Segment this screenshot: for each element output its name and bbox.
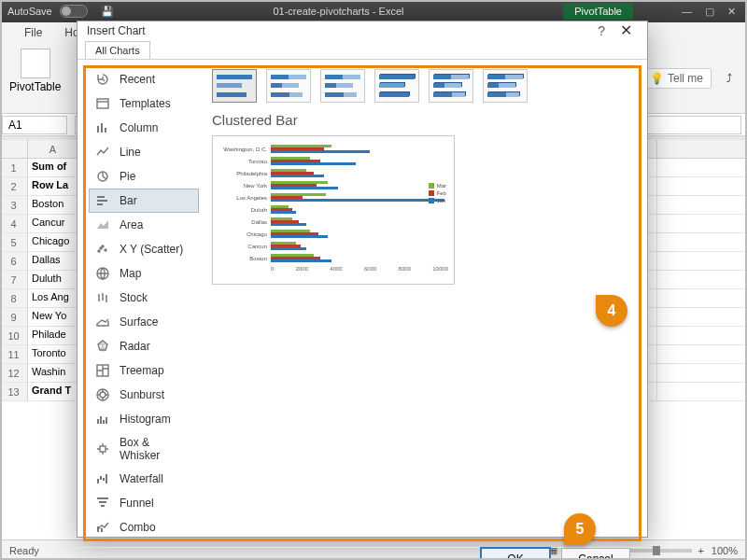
app-titlebar: AutoSave 💾 01-create-pivotcharts - Excel… — [0, 0, 747, 22]
cell[interactable]: Los Ang — [28, 289, 78, 307]
chart-category-list: RecentTemplatesColumnLinePieBarAreaX Y (… — [78, 60, 199, 547]
subtype-100-stacked-bar[interactable] — [320, 69, 365, 103]
ok-button[interactable]: OK — [481, 548, 550, 560]
chart-category-column[interactable]: Column — [89, 116, 199, 140]
category-label: Templates — [120, 97, 171, 110]
treemap-icon — [95, 363, 110, 378]
row-header[interactable]: 7 — [0, 271, 28, 288]
chart-category-treemap[interactable]: Treemap — [89, 358, 199, 383]
bar-icon — [95, 193, 110, 208]
cancel-button[interactable]: Cancel — [561, 548, 630, 560]
cell[interactable]: Grand T — [28, 383, 78, 400]
subtype-3d-stacked-bar[interactable] — [429, 69, 473, 103]
chart-category-stock[interactable]: Stock — [89, 286, 199, 310]
cell[interactable]: Boston — [28, 196, 78, 214]
name-box[interactable] — [2, 116, 67, 134]
category-label: Funnel — [120, 497, 154, 510]
row-header[interactable]: 2 — [0, 177, 28, 195]
area-icon — [95, 217, 110, 232]
cell[interactable]: New Yo — [28, 308, 78, 326]
row-header[interactable]: 9 — [0, 308, 28, 326]
svg-rect-14 — [106, 474, 107, 483]
category-label: Recent — [120, 73, 155, 86]
qat-save-icon[interactable]: 💾 — [101, 6, 114, 18]
category-label: Sunburst — [120, 388, 164, 401]
category-label: Combo — [120, 521, 156, 534]
dialog-close-icon[interactable]: ✕ — [614, 21, 638, 39]
chart-category-line[interactable]: Line — [89, 140, 199, 164]
contextual-tab-label: PivotTable — [563, 3, 633, 20]
chart-category-area[interactable]: Area — [89, 213, 199, 237]
row-header[interactable]: 11 — [0, 345, 28, 363]
close-icon[interactable]: ✕ — [727, 6, 736, 18]
tell-me-search[interactable]: 💡 Tell me — [641, 68, 712, 89]
tab-all-charts[interactable]: All Charts — [85, 41, 150, 59]
cell[interactable]: Duluth — [28, 271, 78, 288]
svg-rect-0 — [97, 99, 108, 108]
subtype-clustered-bar[interactable] — [212, 69, 257, 103]
annotation-badge-5: 5 — [564, 513, 596, 545]
row-header[interactable]: 13 — [0, 383, 28, 400]
share-button[interactable]: ⤴ — [721, 69, 738, 88]
category-label: Line — [120, 146, 141, 159]
row-header[interactable]: 1 — [0, 159, 28, 176]
cell[interactable]: Chicago — [28, 233, 78, 251]
cell[interactable]: Philade — [28, 327, 78, 344]
boxwhisker-icon — [95, 441, 110, 456]
autosave-label: AutoSave — [0, 6, 60, 17]
subtype-3d-100-stacked-bar[interactable] — [483, 69, 528, 103]
ribbon-pivottable[interactable]: PivotTable — [0, 43, 70, 113]
chart-category-recent[interactable]: Recent — [89, 67, 199, 91]
chart-category-bar[interactable]: Bar — [89, 189, 199, 213]
row-header[interactable]: 6 — [0, 252, 28, 270]
maximize-icon[interactable]: ▢ — [705, 6, 714, 18]
row-header[interactable]: 4 — [0, 215, 28, 232]
cell[interactable]: Sum of — [28, 159, 78, 176]
cell[interactable]: Cancur — [28, 215, 78, 232]
category-label: Area — [120, 218, 143, 231]
chart-preview[interactable]: Washington, D.C.TorontoPhiladelphiaNew Y… — [212, 135, 455, 285]
chart-category-funnel[interactable]: Funnel — [89, 491, 199, 515]
category-label: Surface — [120, 315, 158, 329]
cell[interactable]: Row La — [28, 177, 78, 195]
chart-category-boxwhisker[interactable]: Box & Whisker — [89, 431, 199, 467]
category-label: Waterfall — [120, 472, 163, 485]
subtype-3d-clustered-bar[interactable] — [374, 69, 419, 103]
chart-category-waterfall[interactable]: Waterfall — [89, 467, 199, 491]
subtype-title: Clustered Bar — [212, 112, 634, 128]
chart-subtype-row — [212, 69, 634, 103]
chart-category-combo[interactable]: Combo — [89, 515, 199, 539]
tab-file[interactable]: File — [13, 22, 53, 43]
cell[interactable]: Dallas — [28, 252, 78, 270]
row-header[interactable]: 8 — [0, 289, 28, 307]
col-header-a[interactable]: A — [28, 140, 78, 158]
stock-icon — [95, 290, 110, 305]
cell[interactable]: Toronto — [28, 345, 78, 363]
dialog-help-icon[interactable]: ? — [588, 23, 614, 38]
svg-point-3 — [102, 245, 104, 247]
select-all[interactable] — [0, 140, 28, 158]
radar-icon — [95, 339, 110, 354]
cell[interactable]: Washin — [28, 364, 78, 382]
row-header[interactable]: 3 — [0, 196, 28, 214]
status-ready: Ready — [9, 545, 39, 556]
minimize-icon[interactable]: — — [682, 6, 692, 18]
row-header[interactable]: 10 — [0, 327, 28, 344]
svg-rect-12 — [100, 476, 102, 480]
chart-category-map[interactable]: Map — [89, 261, 199, 286]
chart-category-radar[interactable]: Radar — [89, 334, 199, 358]
waterfall-icon — [95, 471, 110, 486]
chart-category-histogram[interactable]: Histogram — [89, 407, 199, 431]
category-label: Map — [120, 267, 141, 280]
chart-category-sunburst[interactable]: Sunburst — [89, 383, 199, 407]
subtype-stacked-bar[interactable] — [266, 69, 311, 103]
svg-point-2 — [98, 250, 100, 252]
chart-category-templates[interactable]: Templates — [89, 91, 199, 116]
row-header[interactable]: 12 — [0, 364, 28, 382]
surface-icon — [95, 315, 110, 329]
autosave-toggle[interactable] — [60, 5, 88, 18]
chart-category-pie[interactable]: Pie — [89, 164, 199, 189]
chart-category-surface[interactable]: Surface — [89, 310, 199, 334]
chart-category-scatter[interactable]: X Y (Scatter) — [89, 237, 199, 261]
row-header[interactable]: 5 — [0, 233, 28, 251]
